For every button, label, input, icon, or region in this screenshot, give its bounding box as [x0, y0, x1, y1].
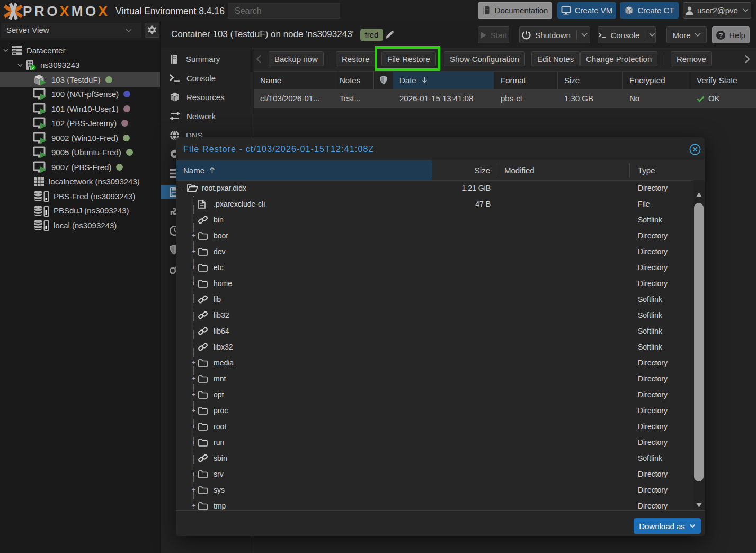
svg-text:?: ?	[719, 31, 723, 39]
